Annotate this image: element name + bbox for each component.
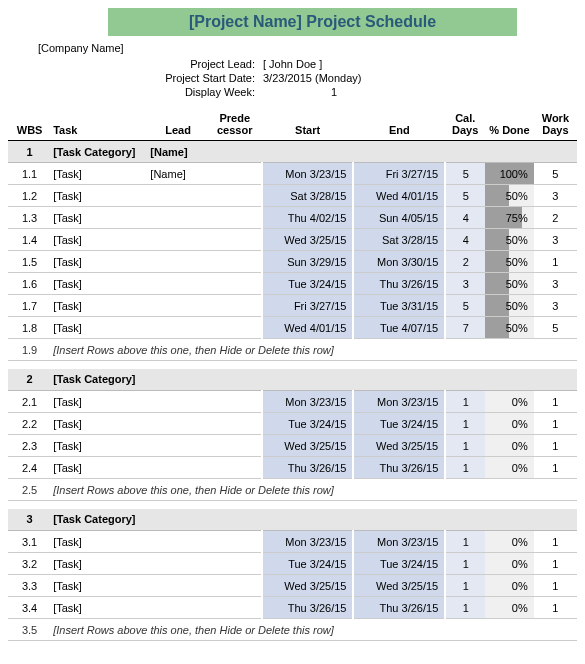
cell-pct-done[interactable]: 0%	[485, 457, 534, 479]
cell-pct-done[interactable]: 0%	[485, 435, 534, 457]
cell-start[interactable]: Sat 3/28/15	[262, 185, 354, 207]
cell-end[interactable]: Tue 3/24/15	[353, 413, 445, 435]
cell-task[interactable]: [Task]	[51, 273, 148, 295]
cell-task[interactable]: [Task]	[51, 391, 148, 413]
cell-task[interactable]: [Task]	[51, 295, 148, 317]
cell-predecessor[interactable]	[208, 207, 262, 229]
cell-task[interactable]: [Task]	[51, 531, 148, 553]
cell-start[interactable]: Wed 3/25/15	[262, 229, 354, 251]
cell-end[interactable]: Thu 3/26/15	[353, 457, 445, 479]
cell-predecessor[interactable]	[208, 531, 262, 553]
category-name[interactable]: [Task Category]	[51, 509, 148, 531]
cell-lead[interactable]	[148, 597, 207, 619]
cell-predecessor[interactable]	[208, 163, 262, 185]
cell-end[interactable]: Tue 3/24/15	[353, 553, 445, 575]
cell-task[interactable]: [Task]	[51, 575, 148, 597]
cell-predecessor[interactable]	[208, 553, 262, 575]
cell-task[interactable]: [Task]	[51, 207, 148, 229]
cell-pct-done[interactable]: 50%	[485, 317, 534, 339]
cell-end[interactable]: Tue 4/07/15	[353, 317, 445, 339]
cell-start[interactable]: Mon 3/23/15	[262, 163, 354, 185]
cell-pct-done[interactable]: 0%	[485, 575, 534, 597]
category-lead[interactable]: [Name]	[148, 141, 207, 163]
cell-start[interactable]: Wed 3/25/15	[262, 575, 354, 597]
cell-lead[interactable]	[148, 185, 207, 207]
cell-start[interactable]: Wed 3/25/15	[262, 435, 354, 457]
cell-pct-done[interactable]: 0%	[485, 391, 534, 413]
cell-start[interactable]: Tue 3/24/15	[262, 413, 354, 435]
cell-lead[interactable]	[148, 391, 207, 413]
cell-predecessor[interactable]	[208, 251, 262, 273]
cell-pct-done[interactable]: 0%	[485, 553, 534, 575]
cell-lead[interactable]	[148, 295, 207, 317]
cell-pct-done[interactable]: 75%	[485, 207, 534, 229]
cell-task[interactable]: [Task]	[51, 317, 148, 339]
cell-end[interactable]: Wed 4/01/15	[353, 185, 445, 207]
cell-predecessor[interactable]	[208, 435, 262, 457]
cell-task[interactable]: [Task]	[51, 457, 148, 479]
cell-lead[interactable]	[148, 251, 207, 273]
cell-pct-done[interactable]: 50%	[485, 273, 534, 295]
cell-task[interactable]: [Task]	[51, 229, 148, 251]
cell-lead[interactable]	[148, 575, 207, 597]
project-start-value[interactable]: 3/23/2015 (Monday)	[263, 72, 483, 84]
cell-end[interactable]: Sun 4/05/15	[353, 207, 445, 229]
cell-predecessor[interactable]	[208, 391, 262, 413]
cell-task[interactable]: [Task]	[51, 163, 148, 185]
cell-task[interactable]: [Task]	[51, 251, 148, 273]
cell-pct-done[interactable]: 0%	[485, 531, 534, 553]
cell-start[interactable]: Thu 4/02/15	[262, 207, 354, 229]
category-name[interactable]: [Task Category]	[51, 141, 148, 163]
cell-end[interactable]: Mon 3/30/15	[353, 251, 445, 273]
cell-start[interactable]: Sun 3/29/15	[262, 251, 354, 273]
cell-pct-done[interactable]: 100%	[485, 163, 534, 185]
cell-task[interactable]: [Task]	[51, 435, 148, 457]
cell-pct-done[interactable]: 0%	[485, 597, 534, 619]
cell-start[interactable]: Thu 3/26/15	[262, 457, 354, 479]
display-week-value[interactable]: 1	[299, 86, 369, 98]
cell-start[interactable]: Tue 3/24/15	[262, 273, 354, 295]
cell-predecessor[interactable]	[208, 317, 262, 339]
cell-pct-done[interactable]: 50%	[485, 251, 534, 273]
cell-predecessor[interactable]	[208, 273, 262, 295]
cell-end[interactable]: Wed 3/25/15	[353, 435, 445, 457]
cell-lead[interactable]	[148, 553, 207, 575]
cell-lead[interactable]	[148, 435, 207, 457]
cell-predecessor[interactable]	[208, 575, 262, 597]
cell-task[interactable]: [Task]	[51, 553, 148, 575]
project-lead-value[interactable]: [ John Doe ]	[263, 58, 483, 70]
cell-start[interactable]: Fri 3/27/15	[262, 295, 354, 317]
cell-start[interactable]: Wed 4/01/15	[262, 317, 354, 339]
cell-lead[interactable]	[148, 207, 207, 229]
cell-predecessor[interactable]	[208, 413, 262, 435]
cell-lead[interactable]	[148, 413, 207, 435]
cell-end[interactable]: Mon 3/23/15	[353, 531, 445, 553]
category-lead[interactable]	[148, 369, 207, 391]
cell-task[interactable]: [Task]	[51, 597, 148, 619]
cell-end[interactable]: Wed 3/25/15	[353, 575, 445, 597]
cell-predecessor[interactable]	[208, 295, 262, 317]
cell-end[interactable]: Sat 3/28/15	[353, 229, 445, 251]
cell-predecessor[interactable]	[208, 185, 262, 207]
cell-lead[interactable]	[148, 273, 207, 295]
cell-end[interactable]: Tue 3/31/15	[353, 295, 445, 317]
cell-lead[interactable]	[148, 229, 207, 251]
cell-task[interactable]: [Task]	[51, 413, 148, 435]
cell-predecessor[interactable]	[208, 229, 262, 251]
category-name[interactable]: [Task Category]	[51, 369, 148, 391]
cell-predecessor[interactable]	[208, 597, 262, 619]
cell-lead[interactable]	[148, 317, 207, 339]
cell-end[interactable]: Mon 3/23/15	[353, 391, 445, 413]
cell-pct-done[interactable]: 50%	[485, 229, 534, 251]
cell-end[interactable]: Thu 3/26/15	[353, 273, 445, 295]
cell-end[interactable]: Thu 3/26/15	[353, 597, 445, 619]
cell-task[interactable]: [Task]	[51, 185, 148, 207]
cell-start[interactable]: Tue 3/24/15	[262, 553, 354, 575]
cell-pct-done[interactable]: 50%	[485, 185, 534, 207]
cell-start[interactable]: Mon 3/23/15	[262, 531, 354, 553]
cell-predecessor[interactable]	[208, 457, 262, 479]
cell-lead[interactable]: [Name]	[148, 163, 207, 185]
cell-pct-done[interactable]: 50%	[485, 295, 534, 317]
cell-start[interactable]: Thu 3/26/15	[262, 597, 354, 619]
cell-lead[interactable]	[148, 457, 207, 479]
